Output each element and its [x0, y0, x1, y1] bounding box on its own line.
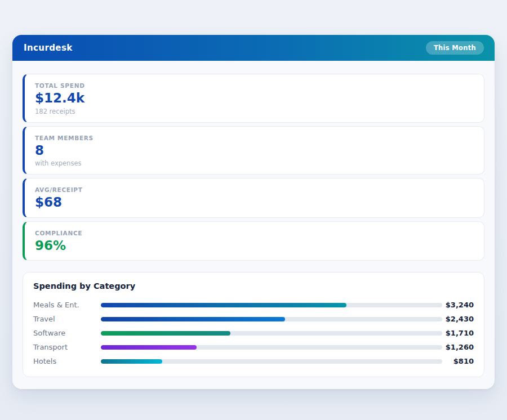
category-value: $810	[442, 357, 474, 365]
category-label: Travel	[33, 315, 101, 323]
stat-card-team-members: TEAM MEMBERS 8 with expenses	[23, 126, 484, 175]
category-label: Software	[33, 329, 101, 337]
stat-value: $68	[35, 195, 474, 211]
bar-track	[101, 317, 442, 321]
bar-fill	[101, 359, 162, 364]
period-badge[interactable]: This Month	[426, 41, 484, 55]
stat-value: 8	[35, 143, 474, 159]
panel-body: TOTAL SPEND $12.4k 182 receipts TEAM MEM…	[12, 61, 495, 377]
category-row: Travel $2,430	[33, 312, 474, 326]
app-header: Incurdesk This Month	[12, 35, 495, 61]
category-row: Meals & Ent. $3,240	[33, 298, 474, 312]
category-label: Transport	[33, 343, 101, 351]
chart-title: Spending by Category	[33, 282, 474, 291]
stat-sub: with expenses	[35, 159, 474, 167]
stat-label: AVG/RECEIPT	[35, 186, 474, 193]
category-row: Software $1,710	[33, 326, 474, 340]
bar-fill	[101, 317, 285, 321]
bar-track	[101, 331, 442, 336]
category-row: Hotels $810	[33, 354, 474, 368]
stat-label: TOTAL SPEND	[35, 82, 474, 89]
stat-label: COMPLIANCE	[35, 230, 474, 236]
bar-track	[101, 345, 442, 350]
bar-fill	[101, 345, 197, 350]
bar-fill	[101, 303, 346, 307]
stat-sub: 182 receipts	[35, 108, 474, 115]
category-value: $3,240	[442, 301, 474, 309]
category-value: $1,710	[442, 329, 474, 337]
category-label: Hotels	[33, 357, 101, 365]
stat-value: 96%	[35, 238, 474, 254]
spending-chart-card: Spending by Category Meals & Ent. $3,240…	[23, 272, 484, 377]
category-row: Transport $1,260	[33, 340, 474, 354]
stat-value: $12.4k	[35, 91, 474, 106]
bar-fill	[101, 331, 230, 336]
category-value: $2,430	[442, 315, 474, 323]
category-value: $1,260	[442, 343, 474, 351]
category-label: Meals & Ent.	[33, 301, 101, 309]
stat-card-compliance: COMPLIANCE 96%	[23, 221, 484, 261]
stat-card-total-spend: TOTAL SPEND $12.4k 182 receipts	[23, 74, 484, 123]
app-title: Incurdesk	[24, 43, 73, 53]
stat-label: TEAM MEMBERS	[35, 135, 474, 141]
bar-track	[101, 303, 442, 307]
dashboard-panel: Incurdesk This Month TOTAL SPEND $12.4k …	[12, 35, 495, 389]
stat-card-avg-receipt: AVG/RECEIPT $68	[23, 178, 484, 218]
bar-track	[101, 359, 442, 364]
